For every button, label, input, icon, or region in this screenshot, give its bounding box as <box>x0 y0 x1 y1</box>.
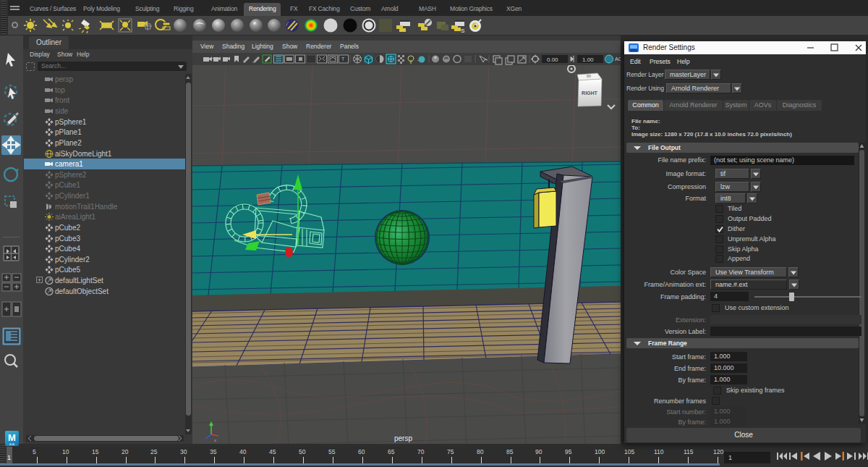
svg-text:T: T <box>341 56 345 62</box>
svg-text:RIGHT: RIGHT <box>582 91 598 96</box>
svg-text:x: x <box>214 438 216 442</box>
svg-text:S: S <box>461 28 464 34</box>
svg-text:1.00: 1.00 <box>582 56 594 63</box>
svg-text:0.00: 0.00 <box>547 56 558 63</box>
svg-text:persp: persp <box>394 434 412 442</box>
svg-text:AC: AC <box>615 56 621 62</box>
svg-text:+: + <box>212 56 214 60</box>
